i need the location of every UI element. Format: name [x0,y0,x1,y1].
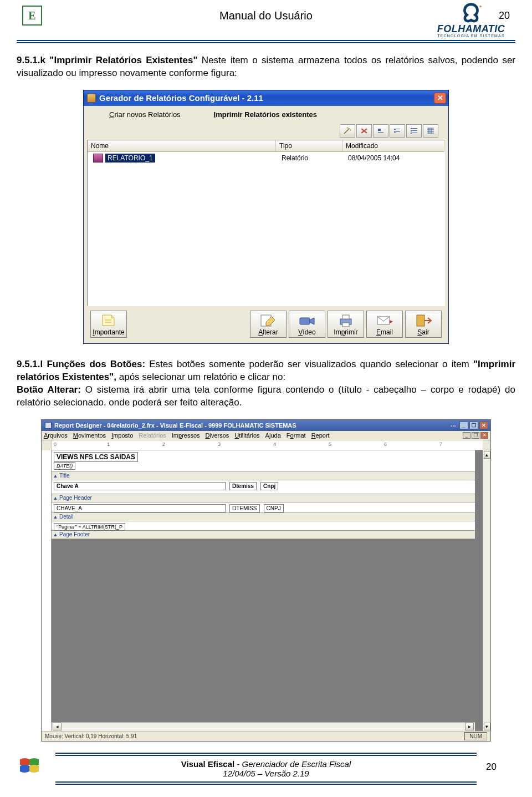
rd-status-bar: Mouse: Vertical: 0,19 Horizontal: 5,91 N… [42,731,490,741]
rd-band-page-header[interactable]: ▲Page Header [52,494,475,502]
rd-scroll-down[interactable]: ▾ [484,723,490,730]
section-l-text1: Estes botões somente poderão ser visuali… [145,359,473,369]
rd-pf-field-pagina[interactable]: "Pagina " + ALLTRIM(STR(_P [54,523,125,531]
rd-band-detail[interactable]: ▲Detail [52,512,475,521]
rd-menu-diversos[interactable]: Diversos [206,432,229,439]
importante-button[interactable]: Importante [90,311,127,338]
rd-menu-utilitarios[interactable]: Utilitários [234,432,259,439]
section-l-text2: após selecionar um relatório e clicar no… [116,372,285,382]
footer-product: Visual Efiscal [181,759,234,769]
report-generator-dialog: Gerador de Relatórios Configurável - 2.1… [83,90,449,344]
rd-vertical-ruler [42,450,52,731]
rd-horizontal-scrollbar[interactable]: ◂ ▸ [52,722,475,731]
rd-detail-field-dtemiss[interactable]: DTEMISS [229,504,259,512]
doc-title: Manual do Usuário [44,9,488,22]
rd-child-restore[interactable]: ❐ [472,432,479,439]
alterar-button[interactable]: Alterar [250,311,287,338]
section-l-bullet-text: O sistema irá abrir uma tela conforme fi… [17,384,515,408]
list-item-type: Relatório [278,154,345,162]
rd-menu-imposto[interactable]: Imposto [111,432,133,439]
rd-canvas[interactable]: VIEWS NFS LCS SAIDAS DATE() ▲Title Chave… [52,450,475,731]
section-l-heading: 9.5.1.l Funções dos Botões: [17,359,145,369]
mail-icon [375,313,394,328]
svg-rect-2 [378,129,381,131]
rd-detail-field-chave[interactable]: CHAVE_A [54,504,226,512]
rd-horizontal-ruler: 0 1 2 3 4 5 6 7 [52,440,483,450]
rd-menu-ajuda[interactable]: Ajuda [265,432,281,439]
imprimir-button[interactable]: Imprimir [328,311,364,338]
rd-child-minimize[interactable]: _ [463,432,470,439]
svg-rect-15 [300,318,310,324]
footer-subtitle: - Gerenciador de Escrita Fiscal [234,759,351,769]
exit-icon [414,313,433,328]
tool-details-icons[interactable] [423,124,438,138]
section-l-paragraph: 9.5.1.l Funções dos Botões: Estes botões… [17,358,515,409]
dialog-title: Gerador de Relatórios Configurável - 2.1… [99,93,263,103]
svg-rect-10 [411,130,412,131]
svg-rect-13 [412,133,417,133]
rd-empty-canvas [52,539,475,722]
rd-menu-report[interactable]: Report [311,432,330,439]
svg-rect-18 [342,323,349,327]
svg-rect-12 [411,133,412,134]
list-item-name: RELATORIO_1 [105,154,155,163]
svg-rect-6 [394,131,396,133]
section-l-bullet-label: Botão Alterar: [17,384,81,395]
rd-title-field-view[interactable]: VIEWS NFS LCS SAIDAS [54,452,138,462]
brand-tagline: TECNOLOGIA EM SISTEMAS [437,34,505,38]
col-header-modified[interactable]: Modificado [342,140,444,151]
dialog-titlebar: Gerador de Relatórios Configurável - 2.1… [84,90,448,106]
tool-wand-icon[interactable] [340,124,355,138]
tool-delete-icon[interactable] [356,124,372,138]
tool-large-icons[interactable] [373,124,388,138]
video-button[interactable]: Vídeo [289,311,325,338]
note-icon [99,313,118,328]
report-list-panel: Nome Tipo Modificado RELATORIO_1 Relatór… [87,140,445,306]
rd-restore-button[interactable]: ❐ [469,422,478,429]
rd-band-page-footer[interactable]: ▲Page Footer [52,530,475,539]
rd-close-button[interactable]: ✕ [479,422,488,429]
edit-doc-icon [259,313,278,328]
col-header-type[interactable]: Tipo [276,140,342,151]
rd-status-numlock: NUM [464,732,487,740]
svg-rect-11 [412,130,417,131]
svg-rect-4 [394,129,396,130]
camera-icon [298,313,316,328]
menu-imprimir-existentes[interactable]: Imprimir Relatórios existentes [214,110,317,119]
rd-scroll-right[interactable]: ▸ [465,723,474,730]
rd-detail-field-cnpj[interactable]: CNPJ [264,504,284,512]
dialog-toolbar [87,124,445,138]
brand-block: FOLHAMATIC TECNOLOGIA EM SISTEMAS [427,2,515,38]
list-item[interactable]: RELATORIO_1 Relatório 08/04/2005 14:04 [88,152,444,164]
svg-rect-5 [396,129,400,129]
section-k-heading: 9.5.1.k "Imprimir Relatórios Existentes" [17,55,197,65]
rd-scroll-left[interactable]: ◂ [53,723,62,730]
rd-menu-arquivos[interactable]: Arquivos [44,432,68,439]
footer-line2: 12/04/05 – Versão 2.19 [223,769,309,778]
rd-child-close[interactable]: ✕ [480,432,488,439]
printer-icon [336,313,355,328]
dialog-close-button[interactable]: ✕ [434,93,446,104]
col-header-name[interactable]: Nome [88,140,276,151]
rd-band-title[interactable]: ▲Title [52,471,475,480]
tool-small-icons[interactable] [390,124,405,138]
rd-title-text: Report Designer - 04relatorio_2.frx - Vi… [54,422,296,429]
rd-menu-movimentos[interactable]: Movimentos [73,432,106,439]
rd-scroll-up[interactable]: ▴ [484,451,490,459]
rd-title-field-date[interactable]: DATE() [54,462,75,470]
rd-ph-field-cnpj[interactable]: Cnpj [260,482,278,490]
menu-criar-relatorios[interactable]: Criar novos Relatórios [109,110,181,119]
rd-menu-impressos[interactable]: Impressos [172,432,200,439]
tool-list-icons[interactable] [406,124,422,138]
list-item-modified: 08/04/2005 14:04 [345,154,442,162]
rd-menu-relatorios[interactable]: Relatórios [139,432,166,439]
sair-button[interactable]: Sair [405,311,442,338]
rd-minimize-button[interactable]: _ [459,422,468,429]
rd-status-mouse: Mouse: Vertical: 0,19 Horizontal: 5,91 [45,733,137,739]
email-button[interactable]: Email [366,311,403,338]
rd-menu-format[interactable]: Format [287,432,306,439]
svg-point-0 [479,6,482,8]
report-designer-window: Report Designer - 04relatorio_2.frx - Vi… [41,419,491,742]
rd-ph-field-dtemiss[interactable]: Dtemiss [229,482,257,490]
rd-ph-field-chave[interactable]: Chave A [54,482,226,490]
